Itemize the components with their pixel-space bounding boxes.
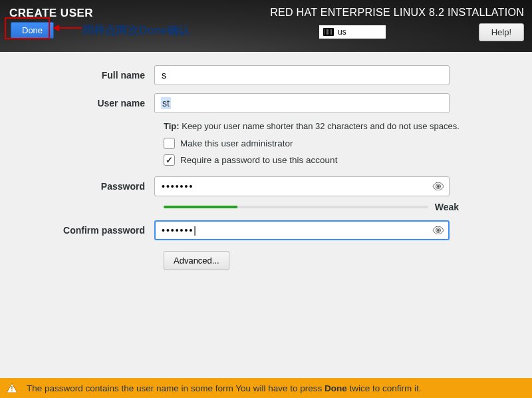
svg-point-3: [437, 229, 440, 232]
warning-icon: !: [7, 383, 17, 393]
annotation-arrow: [53, 24, 83, 32]
strength-bar: [164, 206, 428, 208]
svg-text:!: !: [11, 385, 13, 393]
annotation-text: 同样点两次Done确认: [82, 23, 190, 38]
password-strength-meter: Weak: [164, 202, 459, 212]
advanced-button[interactable]: Advanced...: [164, 251, 229, 270]
confirm-password-input[interactable]: [154, 220, 450, 240]
password-label: Password: [0, 181, 154, 192]
warning-bar: ! The password contains the user name in…: [0, 378, 532, 398]
svg-marker-1: [53, 25, 59, 31]
keyboard-layout-label: us: [338, 27, 346, 37]
user-name-label: User name: [0, 98, 154, 108]
page-title: CREATE USER: [9, 7, 93, 20]
top-bar: CREATE USER RED HAT ENTERPRISE LINUX 8.2…: [0, 0, 532, 52]
user-name-input[interactable]: [154, 93, 450, 113]
create-user-form: Full name User name st Tip: Keep your us…: [0, 52, 532, 270]
done-button[interactable]: Done: [11, 22, 54, 39]
full-name-input[interactable]: [154, 65, 450, 85]
full-name-label: Full name: [0, 70, 154, 81]
keyboard-layout-indicator[interactable]: us: [319, 25, 386, 39]
strength-label: Weak: [435, 202, 459, 212]
confirm-password-label: Confirm password: [0, 225, 154, 236]
toggle-password-visibility-icon[interactable]: [432, 182, 444, 190]
username-tip: Tip: Keep your user name shorter than 32…: [164, 121, 532, 131]
svg-point-2: [437, 185, 440, 188]
password-input[interactable]: [154, 176, 450, 196]
make-admin-checkbox[interactable]: [164, 138, 175, 149]
help-button[interactable]: Help!: [479, 23, 524, 41]
keyboard-icon: [323, 28, 334, 36]
make-admin-label: Make this user administrator: [180, 138, 293, 148]
require-password-label: Require a password to use this account: [180, 155, 337, 165]
warning-text: The password contains the user name in s…: [27, 383, 422, 393]
require-password-checkbox[interactable]: [164, 154, 175, 166]
installer-title: RED HAT ENTERPRISE LINUX 8.2 INSTALLATIO…: [270, 7, 524, 19]
toggle-confirm-visibility-icon[interactable]: [432, 226, 444, 234]
